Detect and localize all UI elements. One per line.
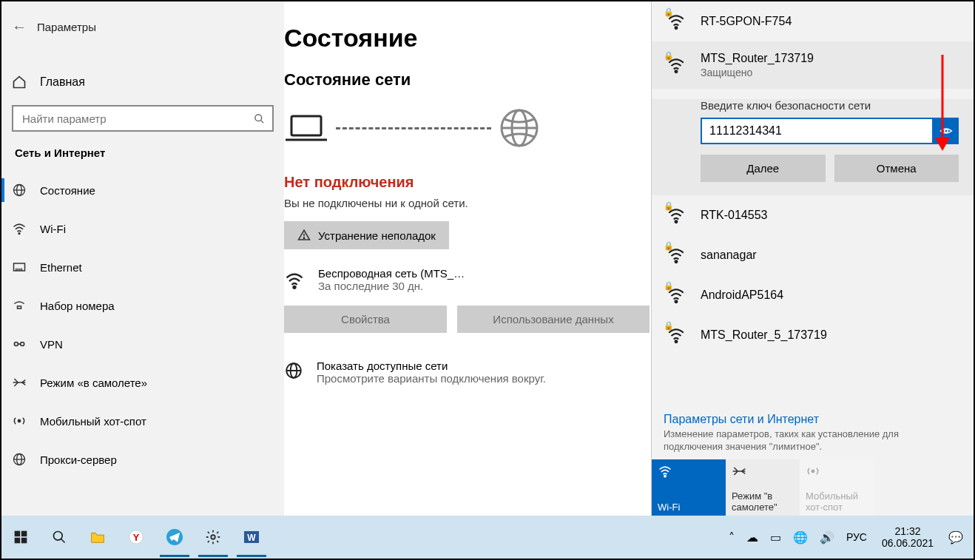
network-settings-link[interactable]: Параметры сети и Интернет: [664, 413, 962, 426]
network-item[interactable]: 🔒 sananagar: [652, 235, 974, 275]
hotspot-icon: [806, 464, 868, 479]
network-connect-panel: Введите ключ безопасности сети Далее Отм…: [652, 99, 974, 195]
svg-point-12: [14, 343, 18, 346]
password-input[interactable]: [701, 118, 934, 144]
tray-chevron[interactable]: ˄: [726, 530, 738, 544]
cancel-button[interactable]: Отмена: [834, 155, 959, 182]
svg-point-50: [211, 535, 215, 539]
wifi-secure-icon: 🔒: [667, 55, 687, 75]
back-button[interactable]: ←: [1, 18, 37, 36]
svg-rect-44: [21, 538, 27, 544]
svg-line-1: [260, 120, 263, 123]
ethernet-icon: [12, 260, 40, 274]
tray-network-icon[interactable]: 🌐: [790, 530, 811, 544]
tile-wifi-label: Wi-Fi: [658, 502, 720, 513]
taskbar-explorer[interactable]: [78, 516, 117, 559]
app-title: Параметры: [37, 21, 96, 33]
page-title: Состояние: [284, 24, 652, 53]
warning-icon: [297, 229, 311, 242]
proxy-icon: [12, 452, 40, 467]
quick-tiles: Wi-Fi Режим "в самолете" Мобильный хот-с…: [652, 459, 974, 517]
gear-icon: [205, 529, 221, 545]
wifi-secure-icon: 🔒: [667, 12, 687, 31]
tray-action-center-icon[interactable]: 💬: [945, 530, 966, 544]
taskbar-word[interactable]: W: [232, 516, 271, 559]
next-button[interactable]: Далее: [701, 155, 826, 182]
tray-date: 06.06.2021: [882, 537, 934, 549]
svg-point-38: [812, 470, 814, 472]
word-icon: W: [243, 528, 260, 546]
nav-home[interactable]: Главная: [1, 64, 284, 101]
lock-icon: 🔒: [664, 321, 674, 331]
wifi-secure-icon: 🔒: [667, 246, 687, 265]
popup-footer: Параметры сети и Интернет Изменение пара…: [652, 405, 974, 459]
svg-point-26: [293, 286, 295, 289]
tray-time: 21:32: [882, 525, 934, 537]
nav-status[interactable]: Состояние: [1, 171, 284, 209]
svg-point-31: [675, 70, 678, 72]
nav-ethernet-label: Ethernet: [40, 261, 82, 274]
taskbar-yandex[interactable]: Y: [117, 516, 155, 559]
nav-dialup[interactable]: Набор номера: [1, 286, 284, 325]
yandex-icon: Y: [128, 529, 144, 545]
svg-point-32: [945, 129, 948, 133]
show-networks-link[interactable]: Показать доступные сети Просмотрите вари…: [284, 360, 652, 385]
taskbar: Y W ˄ ☁ ▭ 🌐 🔊 РУС 21:32 06.06.2021 💬: [1, 516, 974, 559]
reveal-password-button[interactable]: [934, 118, 959, 144]
network-diagram: [284, 107, 652, 149]
nav-ethernet[interactable]: Ethernet: [1, 248, 284, 286]
tray-language[interactable]: РУС: [843, 531, 870, 543]
search-input-wrap[interactable]: [12, 105, 274, 132]
tile-airplane-label: Режим "в самолете": [732, 490, 794, 513]
nav-hotspot-label: Мобильный хот-спот: [40, 415, 146, 428]
tile-wifi[interactable]: Wi-Fi: [652, 459, 726, 517]
data-usage-button[interactable]: Использование данных: [457, 306, 650, 333]
network-item-selected[interactable]: 🔒 MTS_Router_173719 Защищено: [652, 41, 974, 89]
nav-hotspot[interactable]: Мобильный хот-спот: [1, 402, 284, 440]
settings-sidebar: ← Параметры Главная Сеть и Интернет: [1, 1, 284, 517]
globe-icon: [12, 183, 40, 198]
show-networks-title: Показать доступные сети: [317, 360, 546, 372]
tile-airplane[interactable]: Режим "в самолете": [726, 459, 800, 517]
tray-onedrive-icon[interactable]: ☁: [743, 530, 761, 544]
network-item[interactable]: 🔒 RT-5GPON-F754: [652, 1, 974, 41]
search-input[interactable]: [21, 112, 254, 126]
svg-point-15: [18, 419, 20, 422]
tile-hotspot[interactable]: Мобильный хот-спот: [800, 459, 874, 517]
svg-text:Y: Y: [133, 532, 140, 543]
wifi-flyout: 🔒 RT-5GPON-F754 🔒 MTS_Router_173719 Защи…: [651, 1, 974, 517]
nav-wifi[interactable]: Wi-Fi: [1, 209, 284, 248]
troubleshoot-button[interactable]: Устранение неполадок: [284, 221, 449, 249]
lock-icon: 🔒: [664, 201, 674, 211]
nav-airplane[interactable]: Режим «в самолете»: [1, 363, 284, 402]
lock-icon: 🔒: [664, 7, 674, 17]
start-button[interactable]: [1, 516, 40, 559]
properties-button[interactable]: Свойства: [284, 306, 447, 333]
wifi-icon: [12, 221, 40, 236]
taskbar-search[interactable]: [40, 516, 78, 559]
tray-volume-icon[interactable]: 🔊: [817, 530, 837, 544]
svg-point-37: [664, 476, 666, 477]
nav-vpn[interactable]: VPN: [1, 325, 284, 363]
wifi-secure-icon: 🔒: [667, 286, 687, 305]
network-name: RTK-014553: [701, 209, 767, 222]
network-item[interactable]: 🔒 RTK-014553: [652, 195, 974, 235]
tray-battery-icon[interactable]: ▭: [767, 530, 784, 544]
network-item[interactable]: 🔒 AndroidAP5164: [652, 275, 974, 315]
settings-content: Состояние Состояние сети: [284, 1, 652, 517]
telegram-icon: [166, 528, 183, 546]
network-item[interactable]: 🔒 MTS_Router_5_173719: [652, 315, 974, 355]
tray-clock[interactable]: 21:32 06.06.2021: [876, 525, 939, 549]
taskbar-telegram[interactable]: [155, 516, 194, 559]
svg-point-33: [675, 220, 678, 223]
wifi-icon: [658, 464, 720, 479]
svg-rect-6: [14, 263, 25, 271]
wifi-adapter-row: Беспроводная сеть (MTS_… За последние 30…: [284, 267, 652, 292]
lock-icon: 🔒: [664, 281, 674, 291]
globe-icon: [284, 360, 303, 380]
no-connection-heading: Нет подключения: [284, 174, 652, 191]
network-name: MTS_Router_5_173719: [701, 328, 827, 342]
taskbar-settings[interactable]: [194, 516, 232, 559]
nav-proxy[interactable]: Прокси-сервер: [1, 440, 284, 479]
page-subhead: Состояние сети: [284, 70, 652, 90]
